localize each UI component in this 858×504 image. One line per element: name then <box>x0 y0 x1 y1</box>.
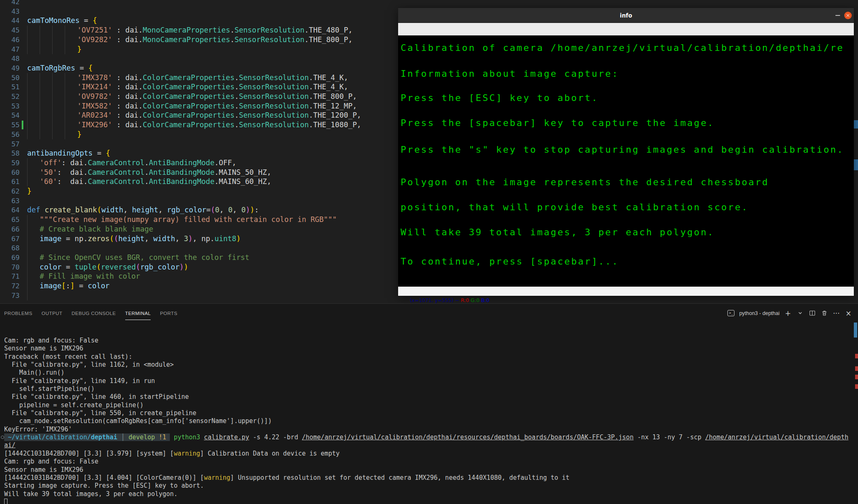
line-number: 50 <box>0 73 20 83</box>
trash-icon[interactable] <box>820 310 828 317</box>
line-number: 44 <box>0 16 20 25</box>
line-number: 57 <box>0 139 20 149</box>
info-statusbar: (x=1071, y=555) ~ R:0 G:0 B:0 <box>398 287 854 296</box>
indent-guide <box>65 73 65 83</box>
info-window-titlebar[interactable]: info × <box>398 8 854 23</box>
close-panel-icon[interactable]: × <box>845 310 852 317</box>
info-window-toolstrip <box>398 23 854 35</box>
panel-tab-debug-console[interactable]: DEBUG CONSOLE <box>72 311 116 316</box>
terminal-line: pipeline = self.create_pipeline() <box>4 401 852 409</box>
indent-guide <box>40 130 40 139</box>
terminal-line: Will take 39 total images, 3 per each po… <box>4 490 852 498</box>
indent-guide <box>52 25 53 35</box>
indent-guide <box>27 158 28 168</box>
indent-guide <box>27 272 28 281</box>
line-number: 48 <box>0 54 20 63</box>
indent-guide <box>27 82 28 92</box>
indent-guide <box>27 243 28 253</box>
terminal-cursor <box>4 499 8 504</box>
terminal-icon: >_ <box>727 310 734 316</box>
more-actions-icon[interactable]: ··· <box>833 310 840 317</box>
terminal-line: KeyError: 'IMX296' <box>4 426 852 433</box>
indent-guide <box>40 35 40 45</box>
code-text: """Create new image(numpy array) filled … <box>40 215 337 224</box>
indent-guide <box>27 281 28 291</box>
line-number: 56 <box>0 130 20 139</box>
indent-guide <box>27 234 28 244</box>
code-text: 'OV7251' : dai.MonoCameraProperties.Sens… <box>77 25 353 35</box>
terminal-line: File "calibrate.py", line 460, in startP… <box>4 393 852 401</box>
split-terminal-icon[interactable] <box>808 310 816 317</box>
terminal-line <box>4 498 852 504</box>
line-number: 51 <box>0 82 20 92</box>
info-text-line: Polygon on the image represents the desi… <box>401 177 769 187</box>
indent-guide <box>65 82 65 92</box>
code-text: 'AR0234' : dai.ColorCameraProperties.Sen… <box>77 111 361 120</box>
terminal-output[interactable]: Cam: rgb and focus: FalseSensor name is … <box>4 337 852 504</box>
line-number: 73 <box>0 291 20 300</box>
panel-tab-terminal[interactable]: TERMINAL <box>125 311 151 316</box>
indent-guide <box>65 25 65 35</box>
line-number: 47 <box>0 45 20 54</box>
indent-guide <box>27 73 28 83</box>
new-terminal-button[interactable]: + <box>784 310 792 317</box>
line-number: 58 <box>0 149 20 158</box>
indent-guide <box>27 92 28 101</box>
code-text: # Fill image with color <box>40 272 140 281</box>
terminal-scrollbar[interactable] <box>854 323 857 338</box>
code-text: # Create black blank image <box>40 224 153 234</box>
line-number: 60 <box>0 168 20 177</box>
indent-guide <box>40 45 40 54</box>
line-number: 64 <box>0 205 20 215</box>
scrollbar-error-mark <box>855 354 858 358</box>
indent-guide <box>40 101 40 111</box>
terminal-panel: PROBLEMSOUTPUTDEBUG CONSOLETERMINALPORTS… <box>0 303 858 504</box>
panel-tab-problems[interactable]: PROBLEMS <box>4 311 33 316</box>
info-text-line: Press the [ESC] key to abort. <box>401 93 598 103</box>
line-number: 69 <box>0 253 20 262</box>
line-number: 43 <box>0 7 20 16</box>
code-text: image[:] = color <box>40 281 110 291</box>
line-number: 72 <box>0 281 20 291</box>
line-number: 62 <box>0 186 20 196</box>
overview-ruler-mark <box>854 120 858 129</box>
indent-guide <box>52 111 53 120</box>
indent-guide <box>27 177 28 186</box>
terminal-line: Sensor name is IMX296 <box>4 466 852 474</box>
code-text: color = tuple(reversed(rgb_color)) <box>40 262 188 272</box>
terminal-prompt-line: ~/virtual/calibration/depthai │ develop … <box>4 433 852 441</box>
terminal-line: Starting image capture. Press the [ESC] … <box>4 482 852 490</box>
code-text: 'IMX296' : dai.ColorCameraProperties.Sen… <box>77 120 361 130</box>
chevron-down-icon[interactable] <box>796 310 804 317</box>
indent-guide <box>27 253 28 262</box>
indent-guide <box>27 291 28 300</box>
code-line-42[interactable]: 42 <box>0 0 858 7</box>
indent-guide <box>40 82 40 92</box>
indent-guide <box>27 111 28 120</box>
panel-tab-ports[interactable]: PORTS <box>160 311 177 316</box>
indent-guide <box>27 101 28 111</box>
info-statusbar-text: (x=1071, y=555) ~ R:0 G:0 B:0 <box>410 297 490 303</box>
terminal-session-label[interactable]: python3 - depthai <box>739 310 780 316</box>
code-text: } <box>77 45 81 54</box>
code-text: 'IMX582' : dai.ColorCameraProperties.Sen… <box>77 101 357 111</box>
command-decoration-icon[interactable] <box>1 436 4 439</box>
code-text: # Since OpenCV uses BGR, convert the col… <box>40 253 250 262</box>
indent-guide <box>40 111 40 120</box>
info-text-line: Information about image capture: <box>401 68 619 79</box>
line-number: 59 <box>0 158 20 168</box>
code-text: '50': dai.CameraControl.AntiBandingMode.… <box>40 168 271 177</box>
panel-tab-output[interactable]: OUTPUT <box>42 311 63 316</box>
info-window-title: info <box>398 8 854 23</box>
git-added-marker <box>22 121 23 129</box>
line-number: 52 <box>0 92 20 101</box>
indent-guide <box>65 92 65 101</box>
overview-ruler-mark <box>854 159 858 170</box>
indent-guide <box>52 92 53 101</box>
indent-guide <box>52 101 53 111</box>
close-icon[interactable]: × <box>844 12 852 19</box>
info-text-line: Press the "s" key to stop capturing imag… <box>401 144 844 155</box>
terminal-line: self.startPipeline() <box>4 385 852 393</box>
minimize-icon[interactable] <box>835 15 840 16</box>
info-text-line: position, that will provide best calibra… <box>401 202 749 212</box>
